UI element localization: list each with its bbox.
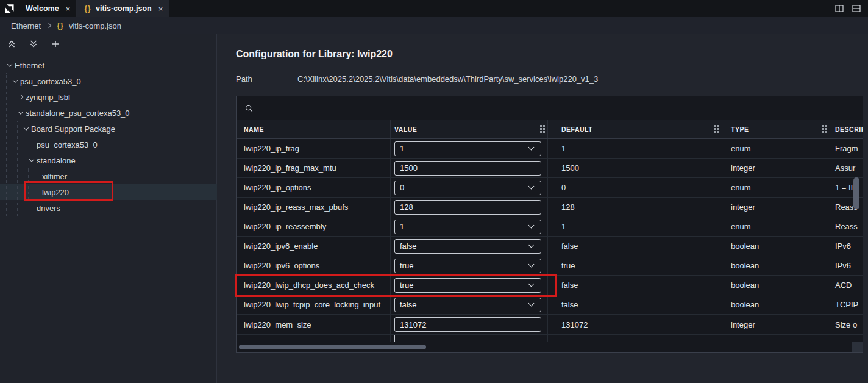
- value-dropdown-lwip220_ip_reassembly[interactable]: 1: [394, 220, 541, 234]
- tree-chevron-down-icon[interactable]: [27, 159, 37, 162]
- column-drag-handle-icon[interactable]: [822, 125, 824, 127]
- value-dropdown-lwip220_lwip_dhcp_does_acd_check[interactable]: true: [394, 278, 541, 293]
- column-header-type[interactable]: TYPE: [722, 120, 830, 138]
- tree-item-drivers[interactable]: drivers: [0, 200, 217, 216]
- tab-bar: Welcome × {} vitis-comp.json ×: [0, 0, 868, 17]
- tree-chevron-down-icon[interactable]: [10, 79, 20, 83]
- indent-guide: [23, 137, 23, 216]
- table-row-partial: [237, 334, 863, 342]
- value-dropdown-lwip220_ip_options[interactable]: 0: [394, 181, 541, 195]
- param-description-cell: Size o: [830, 315, 863, 334]
- table-search-row[interactable]: [237, 96, 863, 120]
- param-default-cell: 0: [548, 178, 722, 197]
- path-label: Path: [236, 74, 297, 84]
- column-drag-handle-icon[interactable]: [714, 125, 716, 127]
- tree-item-label: psu_cortexa53_0: [20, 77, 81, 86]
- tree-item-psu-cortexa53-0[interactable]: psu_cortexa53_0: [0, 73, 217, 89]
- path-value: C:\Xilinx\2025.2\2025.2\Vitis\data\embed…: [297, 74, 598, 84]
- indent-guide: [6, 73, 7, 216]
- tab-vitis-comp-json-close-icon[interactable]: ×: [158, 5, 163, 13]
- param-type-cell: boolean: [722, 276, 830, 295]
- param-default-cell: true: [548, 256, 722, 275]
- expand-all-icon[interactable]: [28, 38, 39, 49]
- value-text: 1: [400, 144, 404, 153]
- param-value-cell: 0: [391, 178, 548, 197]
- tree-item-psu-cortexa53-0[interactable]: psu_cortexa53_0: [0, 137, 217, 152]
- value-input-partial[interactable]: [394, 335, 541, 342]
- table-header: NAME VALUE DEFAULT TYPE DESCRIPTION: [237, 120, 863, 139]
- param-name-cell: lwip220_ip_frag: [237, 139, 391, 158]
- param-type-cell: enum: [722, 217, 830, 236]
- param-value-cell: 131072: [391, 315, 548, 334]
- tree-item-board-support-package[interactable]: Board Support Package: [0, 121, 217, 137]
- value-input-lwip220_mem_size[interactable]: 131072: [394, 317, 541, 332]
- add-component-icon[interactable]: [50, 38, 61, 49]
- indent-guide: [17, 121, 18, 216]
- indent-guide: [28, 168, 29, 200]
- column-drag-handle-icon[interactable]: [540, 125, 542, 127]
- value-input-lwip220_ip_reass_max_pbufs[interactable]: 128: [394, 200, 541, 215]
- editor-actions: [834, 0, 868, 17]
- table-row-lwip220_lwip_dhcp_does_acd_check: lwip220_lwip_dhcp_does_acd_checktruefals…: [237, 276, 863, 295]
- horizontal-scrollbar-thumb[interactable]: [239, 345, 426, 349]
- horizontal-scrollbar[interactable]: [237, 342, 863, 352]
- value-text: 0: [400, 183, 404, 192]
- tree-item-standalone[interactable]: standalone: [0, 152, 217, 168]
- tree-item-lwip220[interactable]: lwip220: [0, 184, 217, 200]
- tree-chevron-down-icon[interactable]: [5, 63, 15, 67]
- param-name-cell: lwip220_lwip_tcpip_core_locking_input: [237, 295, 391, 314]
- value-input-lwip220_ip_frag_max_mtu[interactable]: 1500: [394, 161, 541, 176]
- value-text: false: [400, 242, 416, 251]
- param-name-cell: lwip220_lwip_dhcp_does_acd_check: [237, 276, 391, 295]
- tree-item-label: xiltimer: [42, 172, 67, 181]
- parameter-table: NAME VALUE DEFAULT TYPE DESCRIPTION lwip…: [236, 96, 863, 353]
- tree-item-label: standalone_psu_cortexa53_0: [26, 109, 130, 118]
- tree-item-ethernet[interactable]: Ethernet: [0, 57, 217, 73]
- breadcrumb-segment[interactable]: Ethernet: [11, 21, 41, 30]
- customize-layout-icon[interactable]: [851, 3, 862, 14]
- chevron-down-icon: [528, 261, 535, 267]
- param-value-cell: false: [391, 295, 548, 314]
- column-header-default[interactable]: DEFAULT: [548, 120, 722, 138]
- tab-vitis-comp-json[interactable]: {} vitis-comp.json ×: [77, 0, 169, 17]
- scrollbar-corner: [852, 342, 863, 352]
- breadcrumb-file[interactable]: vitis-comp.json: [69, 21, 121, 30]
- column-header-description[interactable]: DESCRIPTION: [830, 120, 863, 138]
- param-name-cell: lwip220_ip_frag_max_mtu: [237, 159, 391, 177]
- value-dropdown-lwip220_ipv6_options[interactable]: true: [394, 259, 541, 273]
- tree-item-label: Ethernet: [15, 61, 44, 70]
- tree-item-label: Board Support Package: [31, 124, 115, 134]
- vertical-scrollbar-thumb[interactable]: [853, 177, 859, 209]
- param-name-cell: lwip220_ipv6_enable: [237, 237, 391, 256]
- tree-item-xiltimer[interactable]: xiltimer: [0, 168, 217, 184]
- param-default-cell: 1: [548, 139, 722, 158]
- value-text: true: [400, 281, 413, 290]
- split-editor-icon[interactable]: [834, 3, 845, 14]
- table-row-lwip220_ipv6_enable: lwip220_ipv6_enablefalsefalsebooleanIPv6: [237, 237, 863, 256]
- table-row-lwip220_ip_reassembly: lwip220_ip_reassembly11enumReass: [237, 217, 863, 237]
- value-text: true: [400, 261, 413, 270]
- tab-welcome[interactable]: Welcome ×: [18, 0, 77, 17]
- tree-chevron-down-icon[interactable]: [16, 111, 26, 115]
- tree-chevron-right-icon[interactable]: [16, 95, 26, 99]
- tab-welcome-label: Welcome: [26, 4, 59, 13]
- tree-chevron-down-icon[interactable]: [21, 127, 31, 131]
- breadcrumb: Ethernet {} vitis-comp.json: [0, 17, 868, 34]
- tree-item-standalone-psu-cortexa53-0[interactable]: standalone_psu_cortexa53_0: [0, 105, 217, 121]
- value-dropdown-lwip220_ipv6_enable[interactable]: false: [394, 239, 541, 254]
- table-body: lwip220_ip_frag11enumFragmlwip220_ip_fra…: [237, 139, 863, 334]
- collapse-all-icon[interactable]: [6, 38, 17, 49]
- table-row-lwip220_ip_frag_max_mtu: lwip220_ip_frag_max_mtu15001500integerAs…: [237, 159, 863, 178]
- tab-welcome-close-icon[interactable]: ×: [66, 5, 71, 13]
- param-type-cell: integer: [722, 159, 830, 177]
- param-value-cell: 1: [391, 139, 548, 158]
- param-default-cell: false: [548, 276, 722, 295]
- column-header-value[interactable]: VALUE: [391, 120, 548, 138]
- column-header-name[interactable]: NAME: [237, 120, 391, 138]
- value-dropdown-lwip220_ip_frag[interactable]: 1: [394, 141, 541, 156]
- value-text: 128: [400, 202, 413, 212]
- tree-item-zynqmp-fsbl[interactable]: zynqmp_fsbl: [0, 89, 217, 105]
- value-text: false: [400, 300, 416, 309]
- value-dropdown-lwip220_lwip_tcpip_core_locking_input[interactable]: false: [394, 298, 541, 312]
- table-row-lwip220_ipv6_options: lwip220_ipv6_optionstruetruebooleanIPv6: [237, 256, 863, 276]
